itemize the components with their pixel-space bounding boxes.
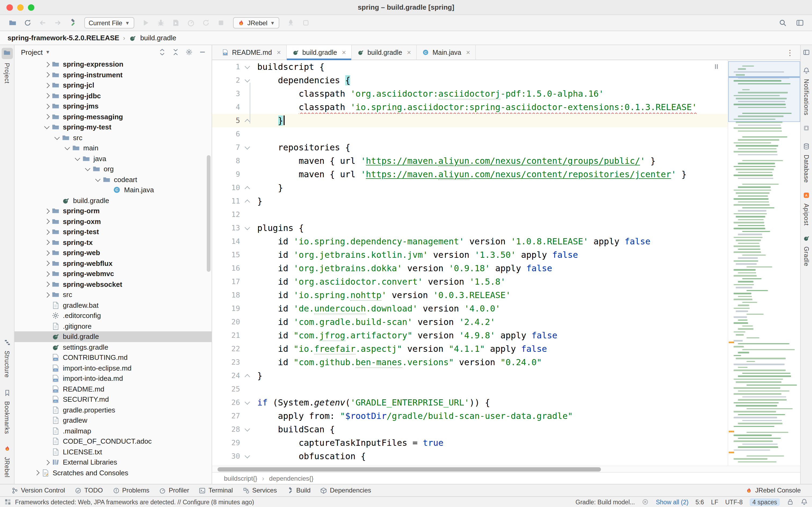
code-line[interactable]: 8 maven { url 'https://maven.aliyun.com/… xyxy=(212,154,728,168)
build-button[interactable] xyxy=(65,16,79,29)
gutter[interactable]: 24 xyxy=(212,369,257,382)
code-line[interactable]: 10 } xyxy=(212,181,728,194)
line-number[interactable]: 30 xyxy=(215,450,240,463)
tree-item[interactable]: spring-expression xyxy=(14,59,212,69)
tree-item-selected[interactable]: build.gradle xyxy=(14,331,212,342)
expand-all-button[interactable] xyxy=(159,48,166,56)
gutter[interactable]: 31 xyxy=(212,463,257,466)
code-line[interactable]: 17 id 'org.asciidoctor.convert' version … xyxy=(212,275,728,288)
tool-window-button-profiler[interactable]: Profiler xyxy=(154,485,194,496)
editor-tab-build-gradle[interactable]: build.gradle× xyxy=(352,45,417,60)
tree-item[interactable]: spring-test xyxy=(14,227,212,237)
tree-item[interactable]: build.gradle xyxy=(14,195,212,206)
minimize-window-button[interactable] xyxy=(17,4,23,11)
code-line[interactable]: 15 id 'org.jetbrains.kotlin.jvm' version… xyxy=(212,248,728,262)
code-text[interactable]: classpath 'org.asciidoctor:asciidoctorj-… xyxy=(257,87,728,101)
gutter[interactable]: 21 xyxy=(212,329,257,342)
project-tree-scrollbar[interactable] xyxy=(207,155,211,272)
jrebel-run-button[interactable] xyxy=(284,16,298,29)
line-number[interactable]: 6 xyxy=(215,127,240,141)
line-number[interactable]: 20 xyxy=(215,315,240,329)
jrebel-select[interactable]: JRebel ▼ xyxy=(233,17,279,29)
line-number[interactable]: 25 xyxy=(215,382,240,396)
horizontal-scrollbar-thumb[interactable] xyxy=(218,467,601,471)
line-number[interactable]: 5 xyxy=(215,114,240,127)
code-line[interactable]: 26if (System.getenv('GRADLE_ENTERPRISE_U… xyxy=(212,396,728,409)
gutter[interactable]: 16 xyxy=(212,262,257,275)
code-line[interactable]: 23 id "com.github.ben-manes.versions" ve… xyxy=(212,355,728,369)
tree-item[interactable]: MDimport-into-idea.md xyxy=(14,373,212,384)
code-line[interactable]: 12 xyxy=(212,208,728,221)
tool-window-button-structure[interactable]: Structure xyxy=(3,339,10,378)
code-line[interactable]: 3 classpath 'org.asciidoctor:asciidoctor… xyxy=(212,87,728,101)
code-line[interactable]: 4 classpath 'io.spring.asciidoctor:sprin… xyxy=(212,101,728,114)
collapse-all-button[interactable] xyxy=(172,48,179,56)
code-line[interactable]: 7 repositories { xyxy=(212,141,728,154)
close-tab-icon[interactable]: × xyxy=(466,48,470,56)
chevron-right-icon[interactable] xyxy=(43,230,51,234)
tree-item[interactable]: MDSECURITY.md xyxy=(14,394,212,405)
code-text[interactable]: } xyxy=(257,181,728,194)
gutter[interactable]: 29 xyxy=(212,436,257,450)
chevron-right-icon[interactable] xyxy=(43,262,51,265)
tool-window-button-bookmarks[interactable]: Bookmarks xyxy=(3,389,10,434)
sync-button[interactable] xyxy=(20,16,35,29)
gutter[interactable]: 6 xyxy=(212,127,257,141)
line-number[interactable]: 18 xyxy=(215,288,240,302)
gutter[interactable]: 30 xyxy=(212,450,257,463)
gutter[interactable]: 27 xyxy=(212,409,257,423)
lock-icon[interactable] xyxy=(787,498,794,505)
cancel-task-icon[interactable] xyxy=(642,498,649,505)
fold-down-icon[interactable] xyxy=(240,423,254,436)
code-line[interactable]: 16 id 'org.jetbrains.dokka' version '0.9… xyxy=(212,262,728,275)
code-line[interactable]: 29 captureTaskInputFiles = true xyxy=(212,436,728,450)
breadcrumb-item[interactable]: build.gradle xyxy=(140,34,176,42)
back-button[interactable] xyxy=(36,16,49,29)
tree-item[interactable]: spring-web xyxy=(14,247,212,258)
tool-window-button-jrebel[interactable]: JRebel xyxy=(3,445,10,477)
line-number[interactable]: 19 xyxy=(215,302,240,315)
chevron-right-icon[interactable] xyxy=(43,460,51,464)
gutter[interactable]: 28 xyxy=(212,423,257,436)
code-line[interactable]: 31 ipAddresses { addresses -> addresses.… xyxy=(212,463,728,466)
code-line[interactable]: 21 id "com.jfrog.artifactory" version '4… xyxy=(212,329,728,342)
breadcrumb-item[interactable]: spring-framework-5.2.0.RELEASE xyxy=(7,34,119,42)
tree-item[interactable]: MDimport-into-eclipse.md xyxy=(14,363,212,373)
tree-item[interactable]: org xyxy=(14,164,212,174)
gutter[interactable]: 3 xyxy=(212,87,257,101)
gutter[interactable]: 20 xyxy=(212,315,257,329)
caret-position[interactable]: 5:6 xyxy=(695,499,704,505)
forward-button[interactable] xyxy=(51,16,64,29)
code-text[interactable] xyxy=(257,208,728,221)
chevron-right-icon[interactable] xyxy=(43,220,51,223)
minimap-viewport[interactable] xyxy=(728,61,800,122)
tool-window-button-database[interactable]: Database xyxy=(803,142,810,183)
chevron-right-icon[interactable] xyxy=(43,282,51,286)
line-number[interactable]: 9 xyxy=(215,168,240,181)
chevron-right-icon[interactable] xyxy=(43,73,51,76)
gutter[interactable]: 7 xyxy=(212,141,257,154)
tree-item[interactable]: MDCONTRIBUTING.md xyxy=(14,352,212,363)
tree-item[interactable]: CODE_OF_CONDUCT.adoc xyxy=(14,436,212,447)
close-tab-icon[interactable]: × xyxy=(277,48,281,56)
code-line[interactable]: 1buildscript { xyxy=(212,60,728,73)
show-all-link[interactable]: Show all (2) xyxy=(656,499,688,505)
tool-window-button-notifications[interactable]: Notifications xyxy=(803,67,810,115)
code-text[interactable]: if (System.getenv('GRADLE_ENTERPRISE_URL… xyxy=(257,396,728,409)
chevron-right-icon[interactable] xyxy=(43,63,51,66)
code-text[interactable]: id 'io.spring.nohttp' version '0.0.3.REL… xyxy=(257,288,728,302)
line-number[interactable]: 8 xyxy=(215,154,240,168)
tree-item[interactable]: spring-tx xyxy=(14,237,212,247)
fold-up-icon[interactable] xyxy=(240,181,254,194)
gutter[interactable]: 25 xyxy=(212,382,257,396)
rerun-button[interactable] xyxy=(199,16,213,29)
tree-item[interactable]: spring-jcl xyxy=(14,80,212,91)
gutter[interactable]: 8 xyxy=(212,154,257,168)
tree-item[interactable]: gradle.properties xyxy=(14,405,212,415)
chevron-right-icon[interactable] xyxy=(43,105,51,108)
code-text[interactable]: id 'de.undercouch.download' version '4.0… xyxy=(257,302,728,315)
code-line[interactable]: 6 xyxy=(212,127,728,141)
line-number[interactable]: 21 xyxy=(215,329,240,342)
tree-item[interactable]: src xyxy=(14,289,212,300)
code-text[interactable]: plugins { xyxy=(257,221,728,235)
